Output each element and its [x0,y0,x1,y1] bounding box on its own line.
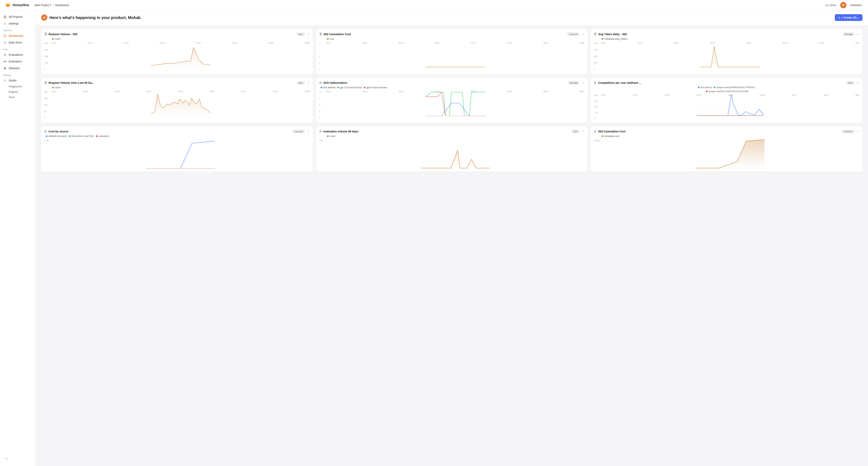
db-icon: ☰ [594,81,596,84]
svg-marker-49 [421,150,490,168]
chevron-down-icon: ▾ [50,4,51,6]
svg-point-5 [5,36,5,36]
expand-icon[interactable]: ⤢ [582,32,584,36]
create-chart-button[interactable]: + + Create Ch... [835,14,863,21]
dots-icon: ⁞⁞ [3,79,7,82]
chart-title: Cost by source [49,130,291,133]
legend-item: gpt-4-turbo-preview [364,86,387,89]
chart-eval-volume-90d: ☰ evaluation volume 90 days Sum ⤢ count … [316,126,588,172]
chart-svg [601,139,859,168]
db-icon: 🗄 [44,33,47,36]
greeting-avatar: M [41,14,48,21]
breadcrumb-separator: / [53,4,54,7]
chart-title: AVG Hallucination [323,81,566,84]
chart-svg [601,41,859,67]
expand-icon[interactable]: ⤢ [857,32,859,36]
collapse-button[interactable]: ←| [0,454,35,463]
legend-item: google-oauth2|10865992324774975407... [714,86,757,89]
chart-title: 30d Cumulative Cost [598,130,840,133]
chart-area: 43210 05/1105/1505/1905/2305/2705/3106/0… [319,41,585,71]
logo[interactable]: HoneyHive [5,2,29,8]
db-icon: ☰ [44,130,47,133]
legend-dot [52,38,54,40]
expand-icon[interactable]: ⤢ [582,81,584,85]
book-icon: 📖 [825,4,829,7]
diamond-icon: ◇ [3,22,7,25]
db-icon: ☰ [319,81,322,84]
chart-title: 30d Cumulative Cost [323,33,566,36]
home-icon: 🏠 [3,15,7,19]
layout: 🏠 All Projects ◇ Settings Observe Dashbo… [0,10,868,466]
topnav-right: 📖 Docs M HoneyHi... [825,2,863,8]
chart-cumulative-cost-30d-2: ☰ 30d Cumulative Cost Cumsum ⤢ metadata.… [591,126,863,172]
sidebar-item-studio[interactable]: ⁞⁞ Studio [0,77,35,84]
section-manage: Manage [0,71,35,77]
sidebar-sub-registry[interactable]: Registry [0,89,35,94]
sidebar-item-dashboard[interactable]: Dashboard [0,32,35,39]
expand-icon[interactable]: ⤢ [857,81,859,85]
expand-icon[interactable]: ⤢ [857,129,859,133]
legend-item: cost [327,37,334,40]
greeting: M Here's what's happening in your produc… [41,14,142,21]
table-icon: ⊞ [3,66,7,70]
code-icon: </> [3,60,7,63]
sidebar-item-evaluators[interactable]: </> Evaluators [0,58,35,65]
chart-area: 380285190950 03/1203/2304/0304/1404/2505 [44,90,310,120]
avatar[interactable]: M [840,2,846,8]
expand-icon[interactable]: ⤢ [307,81,310,85]
chart-title: evaluation volume 90 days [323,130,570,133]
legend-item: evaluation [96,135,109,137]
expand-icon[interactable]: ⤢ [582,129,584,133]
chart-area: 120 [319,139,585,168]
chart-request-volume-90d: 🗄 Request Volume Over Last 90 Da... Sum … [41,77,313,123]
legend-item: count [327,135,335,137]
legend-item: count [52,37,60,40]
sidebar: 🏠 All Projects ◇ Settings Observe Dashbo… [0,10,36,466]
sidebar-item-datasets[interactable]: ⊞ Datasets [0,65,35,71]
chart-title: Request Volume - 30d [49,33,295,36]
legend-item: metadata.total_tokens [602,37,628,40]
expand-icon[interactable]: ⤢ [307,32,310,36]
legend-item: Not defined [321,86,335,89]
chart-title: Avg Token Daily - 30d [598,33,841,36]
sidebar-item-data-store[interactable]: ⬡ Data Store [0,39,35,46]
chart-area: 6.0k4.5k3.0k1.5k0 [594,94,859,120]
chart-completions-per-user: ☰ Completions per user (without ... Sum … [591,77,863,123]
chart-badge: Sum [297,32,305,36]
sidebar-sub-tools[interactable]: Tools [0,94,35,100]
breadcrumb-current: Dashboard [55,4,69,7]
chart-badge: Sum [297,81,305,85]
legend-item: sidharth-test-post [46,135,67,137]
main-content: M Here's what's happening in your produc… [36,10,868,466]
chart-svg [51,139,310,168]
topnav: HoneyHive New Project ▾ / Dashboard 📖 Do… [0,0,868,10]
db-icon: ☰ [594,130,596,133]
sidebar-sub-playground[interactable]: Playground [0,84,35,89]
docs-button[interactable]: 📖 Docs [825,4,836,7]
sidebar-item-evaluations[interactable]: ⊙ Evaluations [0,51,35,58]
svg-marker-22 [701,46,760,67]
chart-title: Request Volume Over Last 90 Da... [49,81,295,84]
chart-svg [601,94,859,116]
chart-area: 6.0k4.5k3.0k1.5k0 [44,41,310,71]
sidebar-item-all-projects[interactable]: 🏠 All Projects [0,13,35,20]
chart-cumulative-cost-30d: 🗄 30d Cumulative Cost Cumsum ⤢ cost 4321… [316,29,588,74]
chart-badge: Sum [571,130,580,133]
legend-item: gpt-3.5-turbo-instruct [337,86,362,89]
chart-avg-hallucination: ☰ AVG Hallucination Average ⤢ Not define… [316,77,588,123]
sidebar-item-settings[interactable]: ◇ Settings [0,20,35,27]
chart-area: 160.0k [594,139,859,168]
chart-badge: Cumsum [567,32,580,36]
chart-badge: Sum [846,81,855,85]
chart-badge: Cumsum [292,130,305,133]
svg-point-3 [7,4,9,7]
plus-icon: + [838,16,840,19]
legend-item: Not defined [698,86,712,89]
chart-badge: Average [843,32,855,36]
db-icon: 🗄 [44,81,47,84]
project-dropdown[interactable]: New Project ▾ [35,4,51,7]
expand-icon[interactable]: ⤢ [307,129,310,133]
greeting-text: Here's what's happening in your product,… [50,15,142,20]
chart-cost-by-source: ☰ Cost by source Cumsum ⤢ sidharth-test-… [41,126,313,172]
section-test: Test [0,46,35,51]
